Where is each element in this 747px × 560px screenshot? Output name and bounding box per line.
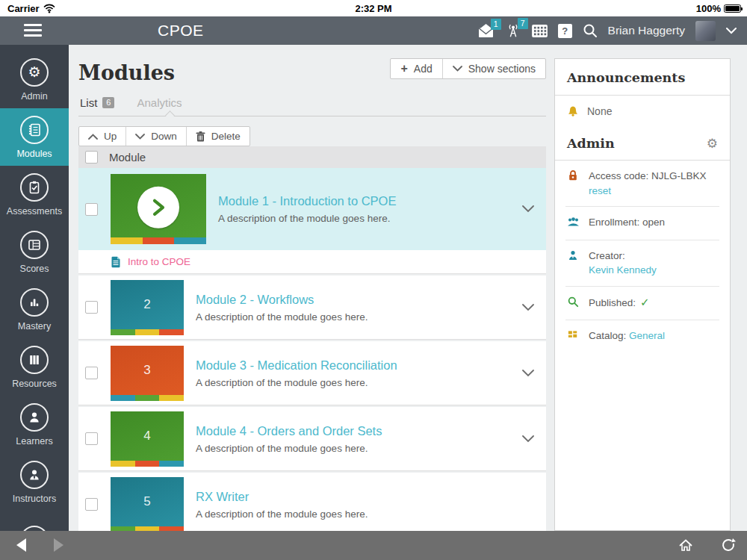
list-toolbar: Up Down Delete	[78, 126, 250, 146]
avatar[interactable]	[695, 21, 716, 41]
expand-chevron-icon[interactable]	[522, 304, 534, 311]
module-row-3[interactable]: 3 Module 3 - Medication Reconciliation A…	[78, 341, 546, 405]
sidebar-item-assessments[interactable]: Assessments	[0, 166, 69, 223]
books-icon	[20, 346, 49, 374]
expand-chevron-icon[interactable]	[522, 205, 534, 213]
score-card-icon	[20, 231, 49, 259]
broadcast-icon[interactable]: 7	[505, 23, 521, 38]
sidebar-item-scores[interactable]: Scores	[0, 223, 69, 281]
module-title-link[interactable]: Module 4 - Orders and Order Sets	[196, 424, 522, 438]
search-icon[interactable]	[583, 23, 598, 38]
announcements-title: Announcements	[567, 70, 685, 85]
module-title-link[interactable]: Module 3 - Medication Reconciliation	[196, 358, 522, 373]
show-sections-button[interactable]: Show sections	[442, 59, 545, 78]
row-checkbox[interactable]	[85, 498, 98, 511]
chevron-down-icon	[453, 66, 462, 72]
user-menu-chevron-icon[interactable]	[726, 28, 737, 34]
keypad-icon[interactable]	[532, 25, 548, 37]
plus-icon: +	[400, 62, 407, 75]
module-description: A description of the module goes here.	[196, 311, 522, 323]
sidebar: ⚙ Admin Modules Assessments Scores	[0, 45, 69, 531]
settings-gear-icon[interactable]: ⚙	[707, 136, 718, 151]
refresh-icon[interactable]	[720, 537, 737, 553]
creator-item: Creator: Kevin Kennedy	[565, 240, 719, 286]
module-title-link[interactable]: RX Writer	[196, 490, 546, 504]
magnifier-icon	[567, 295, 580, 312]
messages-icon[interactable]: 1	[477, 24, 495, 38]
move-up-button[interactable]: Up	[79, 127, 125, 146]
home-icon[interactable]	[678, 538, 693, 553]
catalog-link[interactable]: General	[629, 330, 665, 341]
tab-bar: List 6 Analytics	[80, 95, 546, 110]
battery-icon	[724, 4, 741, 13]
module-thumbnail[interactable]: 5	[111, 477, 184, 532]
tab-underline	[78, 116, 546, 116]
sidebar-item-mastery[interactable]: Mastery	[0, 281, 69, 338]
add-button[interactable]: + Add	[391, 59, 441, 78]
checkmark-icon: ✓	[640, 296, 650, 309]
list-count-badge: 6	[102, 97, 114, 108]
module-row-5[interactable]: 5 RX Writer A description of the module …	[78, 473, 546, 537]
row-checkbox[interactable]	[85, 367, 98, 379]
child-item-link[interactable]: Intro to CPOE	[128, 256, 190, 267]
reset-link[interactable]: reset	[589, 185, 611, 196]
chevron-up-icon	[88, 134, 98, 140]
move-down-button[interactable]: Down	[125, 127, 186, 146]
module-thumbnail[interactable]: 2	[111, 280, 184, 335]
person-icon	[20, 403, 49, 432]
sidebar-item-modules[interactable]: Modules	[0, 108, 69, 166]
row-checkbox[interactable]	[85, 203, 98, 216]
main-content: Modules + Add Show sections List 6 Analy…	[69, 45, 554, 531]
module-thumbnail[interactable]	[111, 174, 206, 244]
forward-icon[interactable]	[54, 538, 63, 552]
group-icon	[567, 215, 580, 231]
bar-chart-icon	[20, 288, 49, 317]
catalog-grid-icon	[567, 329, 580, 345]
sidebar-item-learners[interactable]: Learners	[0, 396, 69, 453]
bell-icon	[567, 105, 579, 117]
module-thumbnail[interactable]: 4	[111, 411, 184, 467]
module-description: A description of the module goes here.	[196, 377, 522, 388]
creator-link[interactable]: Kevin Kennedy	[589, 264, 657, 276]
tab-analytics[interactable]: Analytics	[137, 96, 182, 109]
module-thumbnail[interactable]: 3	[111, 346, 184, 401]
expand-chevron-icon[interactable]	[522, 370, 534, 377]
sidebar-item-admin[interactable]: ⚙ Admin	[0, 51, 69, 108]
select-all-checkbox[interactable]	[85, 151, 98, 164]
announcements-none-label: None	[587, 105, 612, 117]
row-checkbox[interactable]	[85, 301, 98, 314]
person-tie-icon	[20, 461, 49, 489]
module-title-link[interactable]: Module 1 - Introduction to CPOE	[218, 194, 522, 208]
module-title-link[interactable]: Module 2 - Workflows	[196, 293, 522, 307]
menu-icon[interactable]	[24, 24, 42, 37]
clock: 2:32 PM	[0, 3, 747, 14]
app-header: CPOE 1 7 ? Brian Haggerty	[0, 16, 747, 45]
access-code-item: Access code: NJLG-LBKX reset	[565, 161, 719, 206]
module-row-1[interactable]: Module 1 - Introduction to CPOE A descri…	[78, 168, 546, 250]
clipboard-check-icon	[20, 173, 49, 202]
tab-list[interactable]: List 6	[80, 96, 114, 109]
broadcast-badge: 7	[518, 18, 528, 29]
module-description: A description of the module goes here.	[196, 508, 546, 520]
browser-nav-bar	[0, 531, 747, 560]
page-actions: + Add Show sections	[390, 58, 546, 79]
delete-button[interactable]: Delete	[186, 127, 249, 146]
sidebar-item-instructors[interactable]: Instructors	[0, 453, 69, 511]
module-row-4[interactable]: 4 Module 4 - Orders and Order Sets A des…	[78, 407, 546, 471]
module-number: 5	[111, 477, 184, 526]
sidebar-item-resources[interactable]: Resources	[0, 338, 69, 396]
back-icon[interactable]	[16, 538, 26, 552]
help-icon[interactable]: ?	[558, 24, 572, 38]
module-row-2[interactable]: 2 Module 2 - Workflows A description of …	[78, 276, 546, 340]
access-code-value: Access code: NJLG-LBKX	[589, 170, 707, 181]
creator-label: Creator:	[589, 250, 625, 261]
expand-chevron-icon[interactable]	[522, 435, 534, 443]
row-checkbox[interactable]	[85, 432, 98, 445]
catalog-label: Catalog:	[589, 330, 626, 341]
status-bar: Carrier 2:32 PM 100%	[0, 0, 747, 16]
enrollment-item: Enrollment: open	[565, 206, 719, 240]
trash-icon	[196, 131, 205, 142]
enrollment-value: Enrollment: open	[589, 215, 665, 231]
user-name[interactable]: Brian Haggerty	[608, 24, 685, 37]
module-child-row[interactable]: Intro to CPOE	[78, 250, 546, 274]
